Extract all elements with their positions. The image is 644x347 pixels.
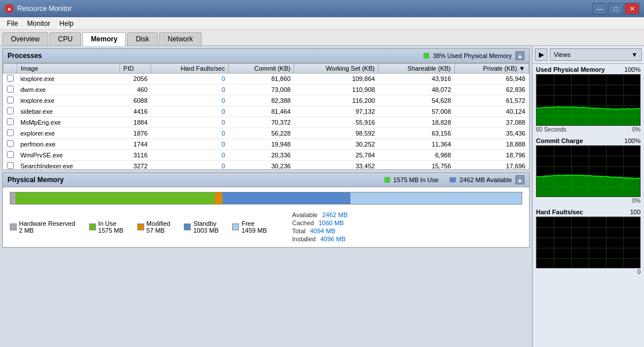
col-pid[interactable]: PID	[119, 64, 151, 74]
chart2-bottom-right: 0%	[633, 198, 641, 204]
table-row[interactable]: sidebar.exe 4416 0 81,464 97,132 57,008 …	[3, 106, 529, 117]
legend-standby-box	[184, 223, 191, 230]
table-row[interactable]: explorer.exe 1876 0 56,228 98,592 63,156…	[3, 128, 529, 139]
col-commit[interactable]: Commit (KB)	[229, 64, 294, 74]
tab-overview[interactable]: Overview	[2, 32, 48, 45]
right-panel-inner: Used Physical Memory 100% 60 Seconds 0% …	[533, 64, 644, 347]
tab-memory[interactable]: Memory	[82, 32, 126, 46]
chart2-label: Commit Charge	[536, 137, 583, 144]
row-check[interactable]	[3, 106, 17, 117]
chart2-canvas	[537, 146, 641, 197]
stat-cached-label: Cached	[292, 219, 314, 226]
minimize-button[interactable]: —	[592, 3, 607, 14]
stat-total-label: Total	[292, 228, 306, 234]
memory-stats-col: Available 2462 MB Cached 1060 MB Total 4…	[292, 211, 348, 242]
app-icon: ●	[5, 4, 14, 13]
col-hardfaults[interactable]: Hard Faults/sec	[151, 64, 229, 74]
stat-available: Available 2462 MB	[292, 211, 348, 218]
memory-collapse-button[interactable]: ▲	[515, 175, 525, 184]
right-panel: ▶ Views ▼ Used Physical Memory 100%	[532, 46, 644, 347]
row-check[interactable]	[3, 117, 17, 128]
row-workingset: 98,592	[294, 128, 379, 139]
legend-standby-label: Standby	[193, 220, 218, 227]
row-check[interactable]	[3, 161, 17, 170]
row-private: 40,124	[454, 106, 529, 117]
table-row[interactable]: MsMpEng.exe 1884 0 70,372 55,916 18,828 …	[3, 117, 529, 128]
row-image: iexplore.exe	[17, 74, 120, 84]
process-table-scroll[interactable]: Image PID Hard Faults/sec Commit (KB) Wo…	[3, 63, 529, 169]
chart1-box	[536, 74, 641, 126]
row-check[interactable]	[3, 150, 17, 161]
menu-file[interactable]: File	[2, 18, 22, 29]
row-workingset: 109,864	[294, 74, 379, 84]
views-chevron-icon: ▼	[631, 51, 638, 58]
row-hardfaults: 0	[151, 117, 229, 128]
menu-monitor[interactable]: Monitor	[22, 18, 55, 29]
row-workingset: 55,916	[294, 117, 379, 128]
col-private[interactable]: Private (KB) ▼	[454, 64, 529, 74]
tab-disk[interactable]: Disk	[127, 32, 157, 45]
table-row[interactable]: dwm.exe 460 0 73,008 110,908 48,072 62,8…	[3, 84, 529, 95]
chart2-pct: 100%	[624, 137, 641, 144]
memory-legend: Hardware Reserved 2 MB In Use 1575 MB Mo…	[3, 209, 529, 247]
legend-standby: Standby 1003 MB	[184, 211, 218, 242]
right-charts[interactable]: Used Physical Memory 100% 60 Seconds 0% …	[533, 64, 644, 347]
col-check	[3, 64, 17, 74]
tab-cpu[interactable]: CPU	[49, 32, 81, 45]
legend-modified: Modified 57 MB	[137, 211, 171, 242]
chart-hard-faults: Hard Faults/sec 100 0	[533, 206, 644, 277]
legend-modified-box	[137, 223, 144, 230]
table-row[interactable]: perfmon.exe 1744 0 19,948 30,252 11,364 …	[3, 139, 529, 150]
row-check[interactable]	[3, 84, 17, 95]
memory-inuse-text: 1575 MB In Use	[394, 176, 439, 183]
legend-standby-value: 1003 MB	[193, 227, 218, 234]
views-button[interactable]: Views ▼	[550, 48, 642, 61]
legend-inuse-box	[89, 223, 96, 230]
col-image[interactable]: Image	[17, 64, 120, 74]
maximize-button[interactable]: □	[608, 3, 623, 14]
row-commit: 30,236	[229, 161, 294, 170]
processes-collapse-button[interactable]: ▲	[515, 51, 525, 60]
legend-inuse: In Use 1575 MB	[89, 211, 124, 242]
legend-modified-value: 57 MB	[146, 227, 171, 234]
menu-help[interactable]: Help	[55, 18, 78, 29]
nav-back-button[interactable]: ▶	[535, 48, 547, 61]
row-workingset: 97,132	[294, 106, 379, 117]
table-row[interactable]: iexplore.exe 6088 0 82,388 116,200 54,62…	[3, 95, 529, 106]
row-pid: 6088	[119, 95, 151, 106]
stat-cached: Cached 1060 MB	[292, 219, 348, 226]
row-image: MsMpEng.exe	[17, 117, 120, 128]
row-check[interactable]	[3, 139, 17, 150]
table-row[interactable]: iexplore.exe 2056 0 81,860 109,864 43,91…	[3, 74, 529, 84]
stat-installed: Installed 4096 MB	[292, 236, 348, 242]
memory-title: Physical Memory	[7, 176, 64, 184]
processes-header-info: 38% Used Physical Memory ▲	[423, 51, 525, 60]
row-hardfaults: 0	[151, 139, 229, 150]
row-pid: 1744	[119, 139, 151, 150]
col-workingset[interactable]: Working Set (KB)	[294, 64, 379, 74]
row-private: 17,696	[454, 161, 529, 170]
legend-modified-label: Modified	[146, 220, 171, 227]
row-commit: 70,372	[229, 117, 294, 128]
bar-modified	[215, 192, 222, 204]
table-row[interactable]: WmiPrvSE.exe 3116 0 20,336 25,784 6,988 …	[3, 150, 529, 161]
tab-network[interactable]: Network	[159, 32, 202, 45]
row-shareable: 6,988	[379, 150, 454, 161]
window-title: Resource Monitor	[17, 5, 72, 13]
row-check[interactable]	[3, 74, 17, 84]
col-shareable[interactable]: Shareable (KB)	[379, 64, 454, 74]
row-check[interactable]	[3, 95, 17, 106]
chart3-bottom: 0	[536, 269, 641, 275]
physical-memory-section: Physical Memory 1575 MB In Use 2462 MB A…	[2, 172, 530, 248]
stat-installed-label: Installed	[292, 236, 316, 242]
row-hardfaults: 0	[151, 95, 229, 106]
row-check[interactable]	[3, 128, 17, 139]
processes-status-dot	[423, 53, 429, 59]
row-workingset: 25,784	[294, 150, 379, 161]
close-button[interactable]: ✕	[624, 3, 639, 14]
table-row[interactable]: SearchIndexer.exe 3272 0 30,236 33,452 1…	[3, 161, 529, 170]
left-panel: Processes 38% Used Physical Memory ▲ Ima…	[0, 46, 532, 347]
row-commit: 81,464	[229, 106, 294, 117]
row-image: SearchIndexer.exe	[17, 161, 120, 170]
tab-bar: Overview CPU Memory Disk Network	[0, 30, 644, 46]
